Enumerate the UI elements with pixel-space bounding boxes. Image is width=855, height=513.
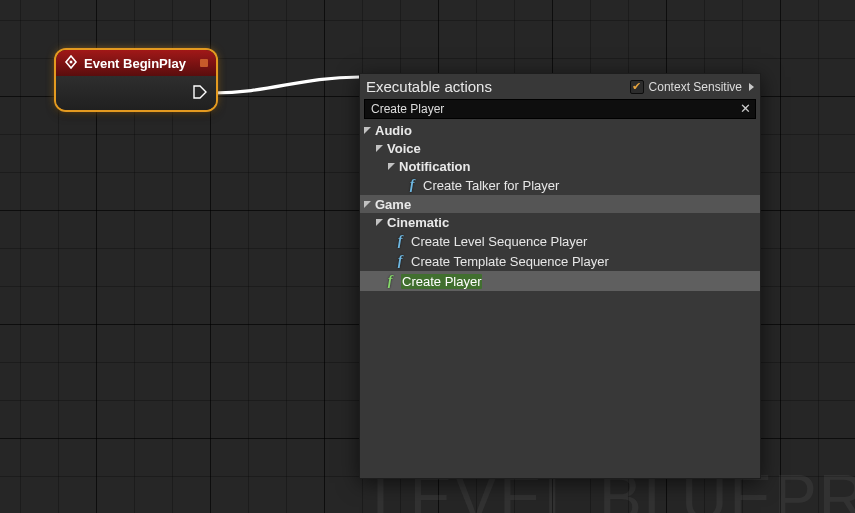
node-title: Event BeginPlay [84,56,186,71]
event-beginplay-node[interactable]: Event BeginPlay [56,50,216,110]
function-icon: f [394,253,406,269]
category-label: Notification [399,159,471,174]
category-label: Audio [375,123,412,138]
clear-search-icon[interactable]: ✕ [737,101,753,117]
category-voice[interactable]: Voice [360,139,760,157]
replication-indicator [200,59,208,67]
checkbox-icon: ✔ [630,80,644,94]
exec-output-pin[interactable] [192,84,208,100]
node-body [56,76,216,110]
action-menu[interactable]: Executable actions ✔ Context Sensitive ✕… [359,73,761,479]
context-sensitive-label: Context Sensitive [649,80,742,94]
function-icon: f [384,273,396,289]
function-icon: f [406,177,418,193]
function-icon: f [394,233,406,249]
expand-icon [376,145,383,152]
search-box[interactable]: ✕ [364,99,756,119]
action-label: Create Template Sequence Player [411,254,609,269]
action-tree[interactable]: Audio Voice Notification f Create Talker… [360,121,760,478]
category-cinematic[interactable]: Cinematic [360,213,760,231]
category-game[interactable]: Game [360,195,760,213]
search-input[interactable] [364,99,756,119]
expand-icon [388,163,395,170]
action-create-level-sequence-player[interactable]: f Create Level Sequence Player [360,231,760,251]
category-notification[interactable]: Notification [360,157,760,175]
action-create-player[interactable]: f Create Player [360,271,760,291]
action-create-template-sequence-player[interactable]: f Create Template Sequence Player [360,251,760,271]
chevron-right-icon [749,83,754,91]
action-label: Create Player [401,274,482,289]
action-label: Create Level Sequence Player [411,234,587,249]
expand-icon [376,219,383,226]
menu-header: Executable actions ✔ Context Sensitive [360,74,760,99]
action-create-talker-for-player[interactable]: f Create Talker for Player [360,175,760,195]
event-icon [64,55,78,72]
category-label: Game [375,197,411,212]
category-audio[interactable]: Audio [360,121,760,139]
expand-icon [364,201,371,208]
category-label: Cinematic [387,215,449,230]
menu-title: Executable actions [366,78,492,95]
svg-rect-0 [70,60,73,63]
context-sensitive-toggle[interactable]: ✔ Context Sensitive [630,80,754,94]
action-label: Create Talker for Player [423,178,559,193]
node-header[interactable]: Event BeginPlay [56,50,216,76]
expand-icon [364,127,371,134]
category-label: Voice [387,141,421,156]
